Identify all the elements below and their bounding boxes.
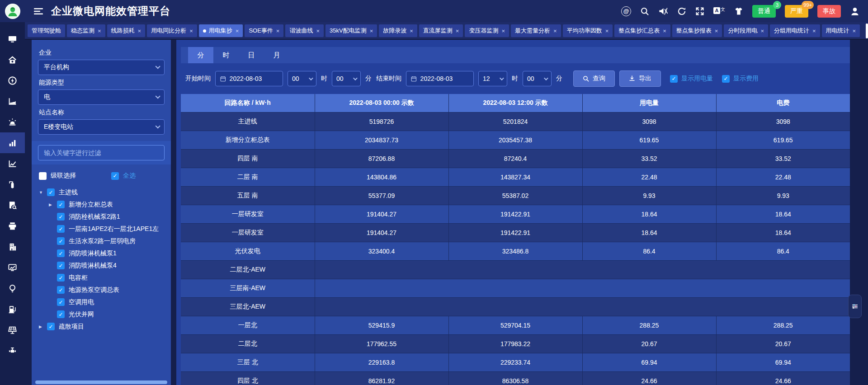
tab-close-icon[interactable]: × bbox=[98, 28, 101, 34]
rail-item-valve[interactable] bbox=[0, 340, 25, 361]
tree-checkbox[interactable]: ✓ bbox=[57, 286, 65, 294]
show-energy-checkbox[interactable]: ✓ bbox=[670, 75, 678, 83]
tab-close-icon[interactable]: × bbox=[189, 28, 193, 34]
theme-icon[interactable] bbox=[734, 7, 743, 16]
select-all-checkbox[interactable]: ✓ bbox=[111, 172, 119, 180]
alarm-normal-button[interactable]: 普通 3 bbox=[752, 5, 776, 18]
tree-checkbox[interactable]: ✓ bbox=[57, 237, 65, 245]
tab-item[interactable]: 故障录波× bbox=[379, 24, 417, 37]
refresh-icon[interactable] bbox=[677, 7, 686, 16]
mute-icon[interactable] bbox=[658, 7, 668, 16]
tab-item[interactable]: 分时段用电× bbox=[724, 24, 768, 37]
tab-close-icon[interactable]: × bbox=[501, 28, 505, 34]
tab-close-icon[interactable]: × bbox=[276, 28, 280, 34]
keyword-filter-input[interactable] bbox=[38, 145, 165, 160]
tree-node[interactable]: ✓消防喷淋机械泵1 bbox=[38, 247, 165, 259]
tab-close-icon[interactable]: × bbox=[138, 28, 142, 34]
start-minute-select[interactable]: 00 bbox=[332, 71, 361, 86]
tab-item[interactable]: 平均功率因数× bbox=[563, 24, 613, 37]
sidebar-horizontal-scrollbar[interactable] bbox=[35, 380, 167, 384]
tab-close-icon[interactable]: × bbox=[456, 28, 459, 34]
start-hour-select[interactable]: 00 bbox=[288, 71, 316, 86]
end-hour-select[interactable]: 12 bbox=[478, 71, 507, 86]
caret-down-icon[interactable]: ▼ bbox=[39, 190, 47, 195]
tab-item[interactable]: 35kV配电监测× bbox=[326, 24, 377, 37]
start-date-picker[interactable] bbox=[215, 71, 283, 86]
org-select[interactable]: 平台机构 bbox=[38, 60, 165, 75]
rail-item-alarm[interactable] bbox=[0, 112, 25, 132]
rail-item-home[interactable] bbox=[0, 49, 25, 70]
tab-item[interactable]: 线路损耗× bbox=[107, 24, 146, 37]
tree-node[interactable]: ▼✓主进线 bbox=[38, 186, 165, 198]
rail-item-energy[interactable] bbox=[0, 70, 25, 91]
tab-close-icon[interactable]: × bbox=[605, 28, 609, 34]
rail-item-bar-chart[interactable] bbox=[0, 132, 25, 153]
tab-item[interactable]: 最大需量分析× bbox=[511, 24, 561, 37]
tree-checkbox[interactable]: ✓ bbox=[57, 225, 65, 233]
rail-item-ev-charger[interactable] bbox=[0, 299, 25, 319]
fullscreen-icon[interactable] bbox=[695, 7, 704, 16]
tree-checkbox[interactable]: ✓ bbox=[57, 298, 65, 306]
tab-close-icon[interactable]: × bbox=[853, 28, 856, 34]
tab-item[interactable]: 管理驾驶舱 bbox=[28, 24, 65, 37]
cascade-checkbox[interactable] bbox=[39, 172, 47, 180]
granularity-tab[interactable]: 月 bbox=[264, 47, 289, 63]
tree-checkbox[interactable]: ✓ bbox=[57, 274, 65, 282]
tab-close-icon[interactable]: × bbox=[760, 28, 764, 34]
rail-item-extinguisher[interactable] bbox=[0, 174, 25, 195]
tree-checkbox[interactable]: ✓ bbox=[57, 249, 65, 257]
tree-checkbox[interactable]: ✓ bbox=[57, 310, 65, 318]
end-minute-select[interactable]: 00 bbox=[523, 71, 552, 86]
caret-right-icon[interactable]: ▶ bbox=[39, 324, 47, 329]
tab-item[interactable]: 整点集抄汇总表× bbox=[614, 24, 670, 37]
tab-item[interactable]: 直流屏监测× bbox=[419, 24, 463, 37]
alarm-accident-button[interactable]: 事故 bbox=[817, 5, 841, 18]
rail-item-solar-panel[interactable] bbox=[0, 319, 25, 340]
tab-item[interactable]: 用电统计× bbox=[822, 24, 860, 37]
tree-checkbox[interactable]: ✓ bbox=[47, 188, 55, 196]
search-icon[interactable] bbox=[640, 7, 649, 16]
tab-item[interactable]: SOE事件× bbox=[245, 24, 283, 37]
tab-close-icon[interactable]: × bbox=[715, 28, 718, 34]
rail-item-monitor-trend[interactable] bbox=[0, 257, 25, 278]
rail-item-building[interactable] bbox=[0, 236, 25, 257]
energy-type-select[interactable]: 电 bbox=[38, 89, 165, 105]
rail-item-printer[interactable] bbox=[0, 216, 25, 236]
tab-item[interactable]: 整点集抄报表× bbox=[672, 24, 722, 37]
rail-item-screen[interactable] bbox=[0, 28, 25, 49]
tree-checkbox[interactable]: ✓ bbox=[57, 201, 65, 208]
tree-node[interactable]: ✓空调用电 bbox=[38, 296, 165, 308]
tree-node[interactable]: ✓消防喷淋机械泵4 bbox=[38, 259, 165, 272]
granularity-tab[interactable]: 分 bbox=[188, 47, 213, 63]
export-button[interactable]: 导出 bbox=[619, 70, 661, 87]
tree-checkbox[interactable]: ✓ bbox=[57, 213, 65, 221]
granularity-tab[interactable]: 时 bbox=[213, 47, 239, 63]
tab-item[interactable]: 谐波曲线× bbox=[285, 24, 324, 37]
alarm-severe-button[interactable]: 严重 99+ bbox=[785, 5, 808, 18]
tab-item[interactable]: 分组用电统计× bbox=[770, 24, 820, 37]
granularity-tab[interactable]: 日 bbox=[239, 47, 264, 63]
table-settings-handle[interactable] bbox=[848, 295, 862, 318]
tab-item[interactable]: 用电同比分析× bbox=[147, 24, 197, 37]
tab-close-icon[interactable]: × bbox=[553, 28, 557, 34]
at-icon[interactable]: @ bbox=[621, 6, 631, 16]
show-energy-label[interactable]: 显示用电量 bbox=[681, 75, 713, 83]
user-icon[interactable] bbox=[850, 6, 860, 16]
show-cost-label[interactable]: 显示费用 bbox=[733, 75, 759, 83]
end-date-picker[interactable] bbox=[406, 71, 474, 86]
translate-icon[interactable]: A文 bbox=[713, 6, 725, 16]
rail-item-trend-chart[interactable] bbox=[0, 153, 25, 174]
end-date-input[interactable] bbox=[420, 75, 469, 82]
tab-close-icon[interactable]: × bbox=[410, 28, 413, 34]
station-select[interactable]: E楼变电站 bbox=[38, 119, 165, 135]
tree-node[interactable]: ✓电容柜 bbox=[38, 272, 165, 284]
select-all-label[interactable]: 全选 bbox=[123, 172, 136, 180]
tab-item[interactable]: 用电集抄× bbox=[199, 24, 243, 37]
show-cost-checkbox[interactable]: ✓ bbox=[722, 75, 730, 83]
rail-item-bulb[interactable] bbox=[0, 278, 25, 299]
start-date-input[interactable] bbox=[230, 75, 278, 82]
tab-item[interactable]: 变压器监测× bbox=[465, 24, 509, 37]
tree-node[interactable]: ✓一层南1APE2右一层北1APE1左 bbox=[38, 223, 165, 235]
menu-toggle-icon[interactable] bbox=[34, 8, 43, 15]
rail-item-load-curve[interactable] bbox=[0, 91, 25, 112]
